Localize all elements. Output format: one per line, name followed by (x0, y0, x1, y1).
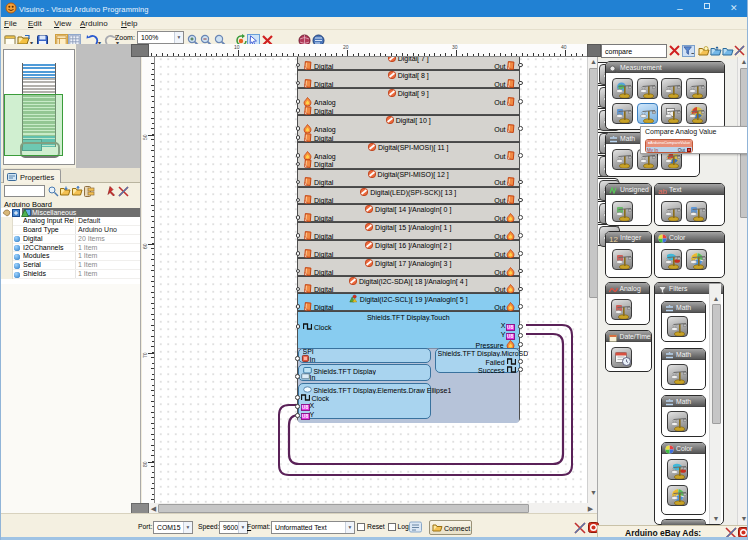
svg-text:ab: ab (658, 187, 667, 195)
svg-text:12: 12 (609, 235, 618, 243)
